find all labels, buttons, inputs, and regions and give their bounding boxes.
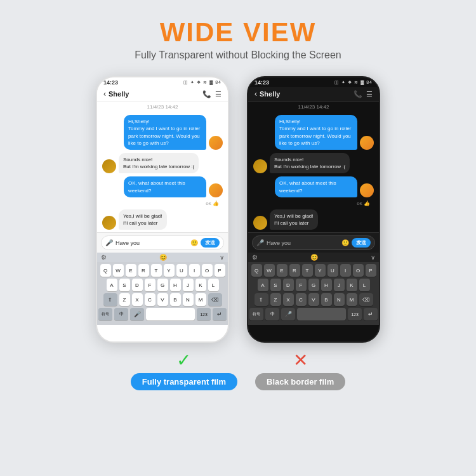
right-back-arrow-icon[interactable]: ‹ bbox=[255, 89, 257, 98]
right-kb-tool-3[interactable]: ∨ bbox=[371, 254, 375, 261]
right-key-shift[interactable]: ⇧ bbox=[255, 293, 268, 306]
key-x[interactable]: X bbox=[132, 293, 143, 306]
right-key-m[interactable]: M bbox=[347, 293, 357, 306]
key-t[interactable]: T bbox=[151, 264, 162, 277]
key-s[interactable]: S bbox=[119, 279, 130, 291]
right-menu-icon[interactable]: ☰ bbox=[366, 90, 373, 98]
key-l[interactable]: L bbox=[208, 279, 219, 291]
right-key-d[interactable]: D bbox=[283, 279, 294, 291]
right-key-space[interactable] bbox=[297, 308, 346, 321]
left-kb-row-1: Q W E R T Y U I O P bbox=[98, 264, 227, 277]
right-ok-row: ok 👍 bbox=[253, 201, 374, 206]
key-u[interactable]: U bbox=[176, 264, 187, 277]
key-h[interactable]: H bbox=[170, 279, 181, 291]
key-enter[interactable]: ↵ bbox=[213, 308, 227, 321]
left-msg-3: OK, what about meet this weekend? bbox=[102, 176, 223, 197]
right-key-p[interactable]: P bbox=[366, 264, 376, 277]
key-j[interactable]: J bbox=[183, 279, 194, 291]
right-key-l[interactable]: L bbox=[359, 279, 370, 291]
right-avatar-1 bbox=[360, 136, 374, 150]
right-key-w[interactable]: W bbox=[264, 264, 275, 277]
key-d[interactable]: D bbox=[132, 279, 143, 291]
right-key-a[interactable]: A bbox=[258, 279, 268, 291]
left-mic-icon[interactable]: 🎤 bbox=[105, 239, 113, 246]
right-key-enter[interactable]: ↵ bbox=[364, 308, 378, 321]
right-key-t[interactable]: T bbox=[302, 264, 313, 277]
key-p[interactable]: P bbox=[215, 264, 225, 277]
key-space[interactable] bbox=[146, 308, 195, 321]
right-key-mic[interactable]: 🎤 bbox=[281, 308, 295, 321]
right-kb-tool-2[interactable]: 😊 bbox=[310, 254, 318, 261]
right-keyboard-tools: ⚙ 😊 ∨ bbox=[248, 253, 379, 262]
crossmark-icon: ✕ bbox=[293, 352, 308, 369]
menu-icon[interactable]: ☰ bbox=[215, 90, 221, 98]
key-n[interactable]: N bbox=[183, 293, 194, 306]
key-del[interactable]: ⌫ bbox=[208, 293, 222, 306]
key-w[interactable]: W bbox=[113, 264, 124, 277]
key-a[interactable]: A bbox=[107, 279, 117, 291]
key-r[interactable]: R bbox=[138, 264, 149, 277]
right-key-g[interactable]: G bbox=[308, 279, 319, 291]
right-phone-icon[interactable]: 📞 bbox=[354, 90, 362, 98]
key-fugo[interactable]: 符号 bbox=[98, 308, 112, 321]
right-key-f[interactable]: F bbox=[296, 279, 307, 291]
right-send-btn[interactable]: 发送 bbox=[352, 238, 371, 248]
right-key-x[interactable]: X bbox=[283, 293, 294, 306]
right-key-h[interactable]: H bbox=[321, 279, 332, 291]
right-key-i[interactable]: I bbox=[340, 264, 351, 277]
right-key-b[interactable]: B bbox=[321, 293, 332, 306]
right-kb-tool-1[interactable]: ⚙ bbox=[252, 254, 258, 261]
key-shift[interactable]: ⇧ bbox=[103, 293, 117, 306]
left-send-btn[interactable]: 发送 bbox=[201, 238, 220, 248]
key-zh[interactable]: 中 bbox=[114, 308, 128, 321]
key-z[interactable]: Z bbox=[119, 293, 130, 306]
key-g[interactable]: G bbox=[157, 279, 168, 291]
right-key-u[interactable]: U bbox=[327, 264, 338, 277]
key-k[interactable]: K bbox=[195, 279, 206, 291]
right-key-k[interactable]: K bbox=[347, 279, 357, 291]
key-e[interactable]: E bbox=[126, 264, 136, 277]
kb-tool-1[interactable]: ⚙ bbox=[101, 254, 107, 261]
right-key-s[interactable]: S bbox=[270, 279, 281, 291]
left-phone: 14:23 ◫ ✦ ❖ ≋ ▓ 84 ‹ Shelly 📞 ☰ 11/4/23 … bbox=[96, 76, 229, 343]
kb-tool-2[interactable]: 😊 bbox=[159, 254, 167, 261]
left-ok-text: ok 👍 bbox=[206, 201, 219, 206]
right-key-fugo[interactable]: 符号 bbox=[249, 308, 263, 321]
key-q[interactable]: Q bbox=[100, 264, 111, 277]
right-status-bar: 14:23 ◫ ✦ ❖ ≋ ▓ 84 bbox=[248, 77, 379, 87]
right-msg-1: Hi,Shelly!Tommy and I want to go in roll… bbox=[253, 115, 374, 150]
key-i[interactable]: I bbox=[189, 264, 200, 277]
label-row: ✓ Fully transparent film ✕ Black border … bbox=[131, 352, 345, 390]
right-key-y[interactable]: Y bbox=[315, 264, 326, 277]
right-input-text[interactable]: Have you bbox=[267, 240, 339, 246]
key-f[interactable]: F bbox=[145, 279, 155, 291]
kb-tool-3[interactable]: ∨ bbox=[220, 254, 224, 261]
left-input-text[interactable]: Have you bbox=[116, 240, 188, 246]
key-o[interactable]: O bbox=[202, 264, 213, 277]
right-key-r[interactable]: R bbox=[289, 264, 300, 277]
key-c[interactable]: C bbox=[145, 293, 155, 306]
key-v[interactable]: V bbox=[157, 293, 168, 306]
right-key-n[interactable]: N bbox=[334, 293, 345, 306]
right-key-zh[interactable]: 中 bbox=[265, 308, 279, 321]
right-key-123[interactable]: 123 bbox=[348, 308, 362, 321]
key-mic[interactable]: 🎤 bbox=[130, 308, 144, 321]
right-emoji-icon[interactable]: 🙂 bbox=[341, 239, 349, 246]
right-key-e[interactable]: E bbox=[277, 264, 288, 277]
right-key-q[interactable]: Q bbox=[251, 264, 262, 277]
key-y[interactable]: Y bbox=[164, 264, 175, 277]
right-key-o[interactable]: O bbox=[353, 264, 364, 277]
right-key-j[interactable]: J bbox=[334, 279, 345, 291]
key-123[interactable]: 123 bbox=[197, 308, 211, 321]
back-arrow-icon[interactable]: ‹ bbox=[103, 89, 106, 98]
key-m[interactable]: M bbox=[195, 293, 206, 306]
right-mic-icon[interactable]: 🎤 bbox=[256, 239, 264, 246]
key-b[interactable]: B bbox=[170, 293, 181, 306]
right-key-z[interactable]: Z bbox=[270, 293, 281, 306]
left-emoji-icon[interactable]: 🙂 bbox=[190, 239, 198, 246]
right-key-del[interactable]: ⌫ bbox=[359, 293, 373, 306]
right-chat-messages: Hi,Shelly!Tommy and I want to go in roll… bbox=[248, 112, 379, 232]
phone-icon[interactable]: 📞 bbox=[202, 90, 211, 98]
right-key-c[interactable]: C bbox=[296, 293, 307, 306]
right-key-v[interactable]: V bbox=[308, 293, 319, 306]
